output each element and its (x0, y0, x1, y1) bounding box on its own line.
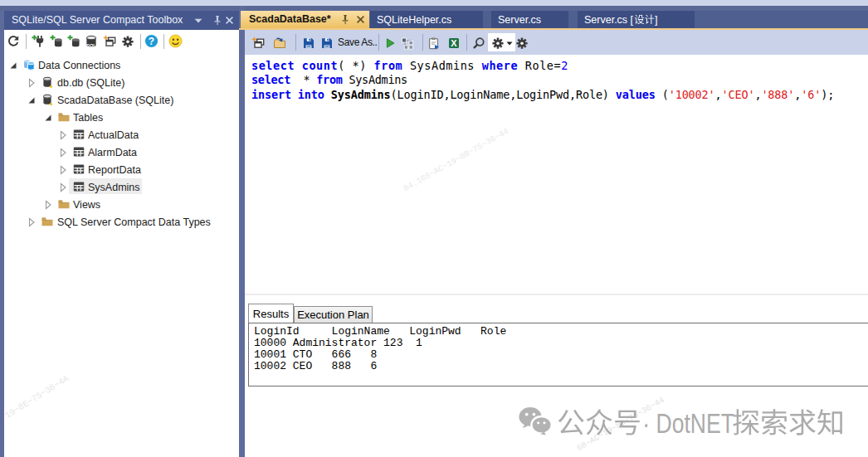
tab-server-cs-design[interactable]: Server.cs [] (578, 11, 695, 28)
help-icon: ? (144, 34, 158, 48)
tree-expander[interactable] (25, 76, 38, 90)
tree-expander[interactable] (56, 181, 70, 194)
toolbar-separator (163, 34, 164, 49)
tree-expander[interactable] (25, 94, 38, 107)
tree-item-alarmdata[interactable]: AlarmData (0, 144, 235, 162)
settings-button[interactable] (121, 35, 134, 48)
panel-close-button[interactable] (223, 14, 236, 27)
tree-item-label: db.db (SQLite) (57, 77, 124, 89)
results-splitter[interactable] (245, 294, 868, 295)
execute-button[interactable] (383, 36, 397, 50)
toolbar-separator (140, 34, 141, 49)
tree-expander[interactable] (41, 111, 55, 124)
settings-button-2[interactable] (515, 36, 529, 50)
save-icon (302, 36, 315, 50)
tree-expander[interactable] (56, 146, 70, 159)
tree-item-reportdata[interactable]: ReportData (0, 162, 235, 179)
expander-expanded-icon (25, 94, 38, 107)
open-file-button[interactable] (273, 36, 286, 50)
tab-close-button[interactable] (354, 13, 367, 26)
execution-plan-button[interactable] (401, 36, 415, 50)
results-text[interactable]: LoginId LoginName LoginPwd Role10000 Adm… (254, 326, 506, 372)
options-dropdown-button[interactable] (506, 41, 513, 46)
feedback-button[interactable] (168, 34, 183, 48)
toolbox-title: SQLite/SQL Server Compact Toolbox (12, 11, 183, 30)
new-window-button[interactable] (103, 35, 116, 48)
tree-expander[interactable] (56, 129, 70, 142)
database-icon (41, 75, 54, 89)
toolbar-separator (26, 34, 27, 49)
tree-item-views[interactable]: Views (0, 197, 235, 214)
expander-expanded-icon (7, 59, 20, 72)
tree-item-sql-server-compact-data-types[interactable]: SQL Server Compact Data Types (0, 214, 235, 231)
refresh-button[interactable] (7, 35, 20, 48)
new-window-icon (103, 35, 116, 48)
application-window: SQLite/SQL Server Compact Toolbox SQL ? … (0, 0, 868, 457)
code-line: insert into SysAdmins(LoginID,LoginName,… (251, 88, 834, 102)
save-as-button[interactable] (320, 36, 334, 50)
options-button[interactable] (491, 36, 505, 50)
table-icon (72, 145, 85, 158)
tree-item-data-connections[interactable]: Data Connections (0, 57, 235, 75)
tab-results[interactable]: Results (248, 304, 294, 323)
tab-label: Server.cs [] (584, 11, 658, 28)
expander-collapsed-icon (56, 146, 70, 159)
window-position-button[interactable] (194, 18, 202, 23)
save-button[interactable] (302, 36, 315, 50)
tab-pin-button[interactable] (339, 13, 351, 26)
expander-collapsed-icon (56, 163, 70, 177)
search-button[interactable] (472, 36, 485, 50)
expander-collapsed-icon (25, 216, 38, 229)
tree-item-db-db-sqlite[interactable]: db.db (SQLite) (0, 75, 235, 92)
panel-splitter[interactable] (239, 6, 245, 457)
tree-item-actualdata[interactable]: ActualData (0, 127, 235, 144)
results-header: LoginId LoginName LoginPwd Role (254, 326, 506, 338)
tree-item-scadadatabase-sqlite[interactable]: ScadaDataBase (SQLite) (0, 92, 235, 109)
expander-expanded-icon (41, 111, 55, 124)
new-query-button[interactable] (251, 36, 265, 50)
toolbar-separator (422, 34, 423, 51)
save-as-label[interactable]: Save As.. (338, 36, 378, 48)
open-file-icon (273, 36, 286, 50)
toolbar-separator (466, 34, 467, 51)
script-button[interactable] (427, 36, 441, 50)
tree-expander[interactable] (41, 198, 55, 211)
add-sqlite-db-button[interactable] (50, 35, 63, 48)
add-sqlce-db-button[interactable] (67, 35, 80, 48)
pin-icon (211, 14, 224, 27)
save-as-icon (320, 36, 334, 50)
tree-item-tables[interactable]: Tables (0, 109, 235, 127)
tree-item-sysadmins[interactable]: SysAdmins (0, 179, 235, 197)
tree-item-label: Tables (73, 112, 103, 124)
toolbox-title-bar[interactable]: SQLite/SQL Server Compact Toolbox (4, 11, 239, 30)
sql-script-button[interactable]: SQL (85, 35, 98, 48)
folder-icon (57, 197, 71, 211)
tab-sqlitehelper-cs[interactable]: SQLiteHelper.cs (370, 11, 483, 28)
settings-gear-icon (515, 36, 529, 50)
tree-item-label: Data Connections (38, 60, 120, 71)
dropdown-caret-icon (506, 41, 513, 46)
svg-text:SQL: SQL (86, 43, 96, 48)
add-sqlite-db-icon (50, 35, 63, 48)
wechat-logo-icon (519, 406, 553, 437)
add-connection-button[interactable] (32, 35, 45, 48)
expander-collapsed-icon (56, 181, 70, 194)
diagonal-watermark-1: 84.168~AC~19~8B~75~36~44 (402, 127, 510, 193)
tree-expander[interactable] (56, 163, 70, 177)
tree-item-label: ScadaDataBase (SQLite) (57, 95, 173, 106)
toolbar-separator (378, 34, 379, 51)
tab-server-cs[interactable]: Server.cs (491, 11, 568, 28)
table-icon (72, 128, 85, 141)
results-row: 10000 Administrator 123 1 (254, 338, 506, 349)
tree-expander[interactable] (25, 216, 38, 229)
export-excel-button[interactable]: X (447, 36, 461, 50)
help-button[interactable]: ? (144, 34, 158, 48)
sql-editor[interactable]: select count( *) from SysAdmins where Ro… (251, 59, 834, 102)
tab-execution-plan[interactable]: Execution Plan (294, 306, 373, 323)
tree-item-label: AlarmData (88, 147, 137, 158)
auto-hide-pin-button[interactable] (211, 14, 224, 27)
settings-gear-icon (491, 36, 505, 50)
tree-expander[interactable] (7, 59, 20, 72)
tab-scadadatabase[interactable]: ScadaDataBase* (241, 11, 369, 28)
table-icon (72, 180, 85, 193)
